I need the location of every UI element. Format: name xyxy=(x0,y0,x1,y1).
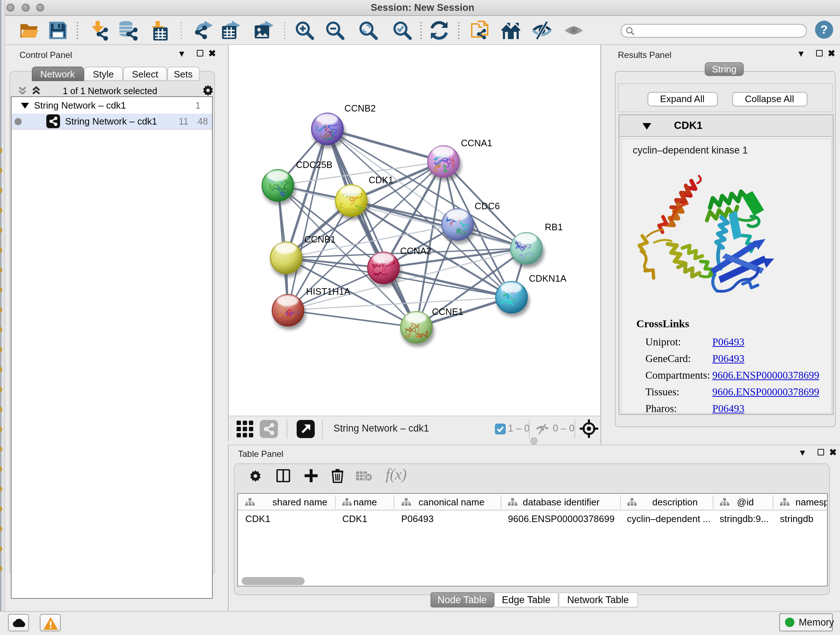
svg-text:CCNE1: CCNE1 xyxy=(432,307,463,317)
svg-text:CCNB2: CCNB2 xyxy=(344,103,376,113)
svg-text:RB1: RB1 xyxy=(545,222,563,232)
svg-text:CCNA1: CCNA1 xyxy=(461,138,493,148)
svg-text:CCNA2: CCNA2 xyxy=(400,246,431,256)
svg-text:?: ? xyxy=(821,22,828,36)
svg-text:CCNB1: CCNB1 xyxy=(304,234,336,244)
svg-text:CDC25B: CDC25B xyxy=(296,160,332,170)
svg-text:CDC6: CDC6 xyxy=(475,201,500,211)
svg-text:CDK1: CDK1 xyxy=(369,175,393,185)
svg-text:CDKN1A: CDKN1A xyxy=(529,273,567,283)
svg-text:HIST1H1A: HIST1H1A xyxy=(306,287,351,296)
